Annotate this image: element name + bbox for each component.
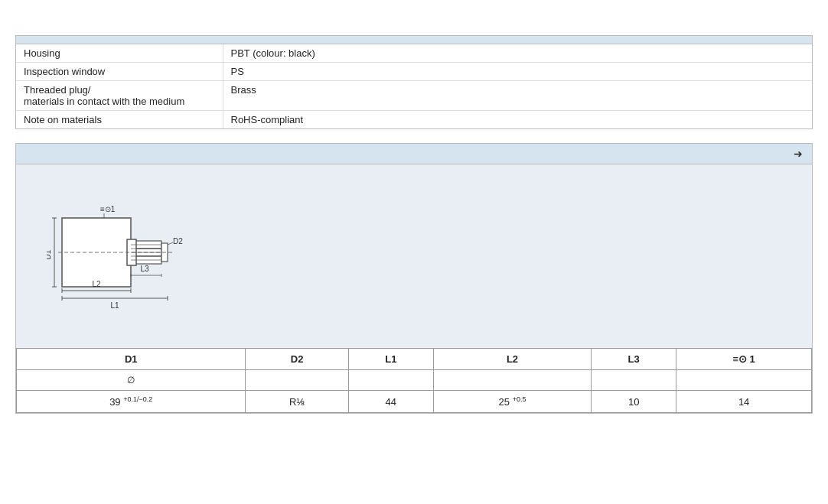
dims-col-header: ≡⊙ 1 [676,349,812,370]
cad-download-link[interactable]: ➜ [792,148,804,160]
materials-row: Inspection windowPS [16,63,812,81]
dims-col-header: D2 [246,349,348,370]
dims-col-header: L1 [348,349,433,370]
dims-header: D1D2L1L2L3≡⊙ 1 [17,349,812,370]
svg-text:≡⊙1: ≡⊙1 [100,205,116,213]
dims-col-header: L2 [433,349,591,370]
dims-body: 39 +0.1/−0.2R⅛4425 +0.51014 [17,391,812,413]
l3-value: 10 [592,391,676,413]
materials-row: Threaded plug/materials in contact with … [16,81,812,111]
dims-sub-col [348,370,433,391]
material-value: PS [223,63,812,81]
dimensions-table: D1D2L1L2L3≡⊙ 1 ∅ 39 +0.1/−0.2R⅛4425 +0.5… [16,348,812,413]
material-label: Inspection window [16,63,223,81]
materials-section: HousingPBT (colour: black)Inspection win… [15,35,813,129]
materials-row: HousingPBT (colour: black) [16,44,812,63]
material-label: Threaded plug/materials in contact with … [16,81,223,111]
svg-text:L2: L2 [92,280,101,288]
materials-header [16,36,812,44]
dims-sub-col [676,370,812,391]
footnote [15,8,813,21]
svg-text:L3: L3 [140,265,149,273]
c1-value: 14 [676,391,812,413]
material-value: PBT (colour: black) [223,44,812,63]
dims-sub-col [246,370,348,391]
dims-sub-col: ∅ [17,370,246,391]
svg-text:D2: D2 [173,237,183,245]
dims-sub-header: ∅ [17,370,812,391]
dimensions-header: ➜ [16,144,812,164]
dims-sub-col [592,370,676,391]
svg-text:D1: D1 [47,249,52,259]
d2-value: R⅛ [246,391,348,413]
svg-line-16 [168,242,173,245]
svg-text:L1: L1 [110,301,119,310]
dimensions-section: ➜ D1 D2 [15,143,813,414]
dims-data-row: 39 +0.1/−0.2R⅛4425 +0.51014 [17,391,812,413]
materials-row: Note on materialsRoHS-compliant [16,111,812,129]
d1-value: 39 +0.1/−0.2 [17,391,246,413]
material-value: RoHS-compliant [223,111,812,129]
l1-value: 44 [348,391,433,413]
material-label: Housing [16,44,223,63]
dimensions-body: D1 D2 L1 L2 L3 ≡⊙1 [16,164,812,348]
material-label: Note on materials [16,111,223,129]
dims-sub-col [433,370,591,391]
dimensions-diagram: D1 D2 L1 L2 L3 ≡⊙1 [47,172,215,333]
dims-col-header: D1 [17,349,246,370]
cad-arrow: ➜ [794,148,803,160]
dims-col-header: L3 [592,349,676,370]
materials-table: HousingPBT (colour: black)Inspection win… [16,44,812,128]
material-value: Brass [223,81,812,111]
l2-value: 25 +0.5 [433,391,591,413]
